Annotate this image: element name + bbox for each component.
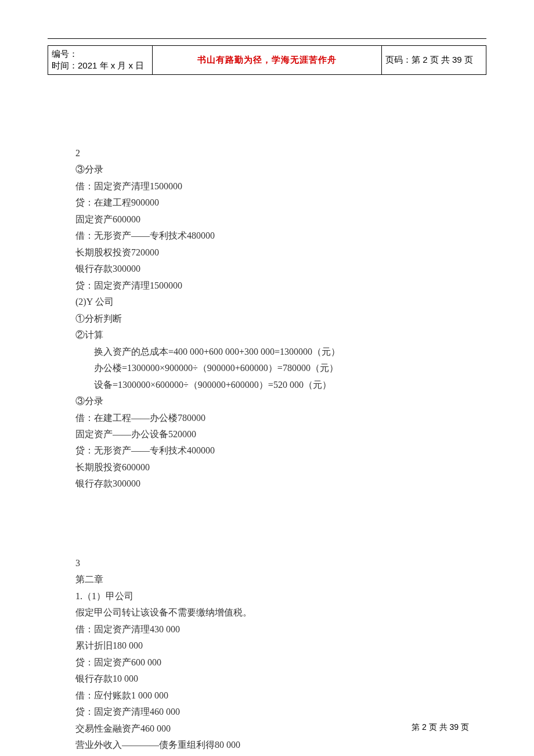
body-line: 借：固定资产清理1500000	[75, 178, 459, 195]
header-top-rule	[48, 38, 486, 39]
body-line: 办公楼=1300000×900000÷（900000+600000）=78000…	[75, 360, 459, 376]
body-line: 借：在建工程——办公楼780000	[75, 410, 459, 426]
body-line: ③分录	[75, 161, 459, 178]
body-line: 借：固定资产清理30 000	[75, 753, 459, 756]
document-body: 2 ③分录 借：固定资产清理1500000 贷：在建工程900000 固定资产6…	[75, 145, 459, 756]
body-line: 银行存款10 000	[75, 671, 459, 687]
body-line: 换入资产的总成本=400 000+600 000+300 000=1300000…	[75, 344, 459, 360]
body-line: 长期股权投资720000	[75, 244, 459, 261]
body-line: 银行存款300000	[75, 476, 459, 492]
header-table: 编号： 时间：2021 年 x 月 x 日 书山有路勤为径，学海无涯苦作舟 页码…	[48, 45, 486, 75]
body-line: ①分析判断	[75, 311, 459, 327]
header-page-label: 页码：第 2 页 共 39 页	[382, 46, 486, 75]
page-footer: 第 2 页 共 39 页	[412, 722, 469, 733]
body-line: 交易性金融资产460 000	[75, 721, 459, 737]
body-line: 长期股投资600000	[75, 459, 459, 476]
body-line: 累计折旧180 000	[75, 638, 459, 654]
body-line: ③分录	[75, 393, 459, 409]
body-line: 贷：固定资产600 000	[75, 654, 459, 671]
body-line: 1.（1）甲公司	[75, 588, 459, 604]
body-line: 固定资产——办公设备520000	[75, 426, 459, 442]
body-line: 3	[75, 555, 459, 571]
body-line: 借：无形资产——专利技术480000	[75, 228, 459, 244]
body-line: 贷：在建工程900000	[75, 195, 459, 211]
body-line: 固定资产600000	[75, 211, 459, 228]
body-line: 贷：固定资产清理1500000	[75, 278, 459, 294]
body-line: 营业外收入————债务重组利得80 000	[75, 737, 459, 753]
body-line: 贷：无形资产——专利技术400000	[75, 442, 459, 459]
body-line: 借：固定资产清理430 000	[75, 621, 459, 638]
body-line: 借：应付账款1 000 000	[75, 687, 459, 704]
header-motto: 书山有路勤为径，学海无涯苦作舟	[153, 46, 382, 75]
header-left-cell: 编号： 时间：2021 年 x 月 x 日	[48, 46, 153, 75]
body-line: 贷：固定资产清理460 000	[75, 704, 459, 720]
body-line: (2)Y 公司	[75, 294, 459, 310]
body-line: 设备=1300000×600000÷（900000+600000）=520 00…	[75, 377, 459, 393]
body-line: 2	[75, 145, 459, 161]
doc-id-label: 编号：	[52, 48, 149, 60]
body-line: 假定甲公司转让该设备不需要缴纳增值税。	[75, 604, 459, 621]
body-line: ②计算	[75, 327, 459, 343]
body-line: 银行存款300000	[75, 261, 459, 277]
section-gap	[75, 492, 459, 555]
body-line: 第二章	[75, 571, 459, 588]
doc-time-label: 时间：2021 年 x 月 x 日	[52, 60, 149, 71]
